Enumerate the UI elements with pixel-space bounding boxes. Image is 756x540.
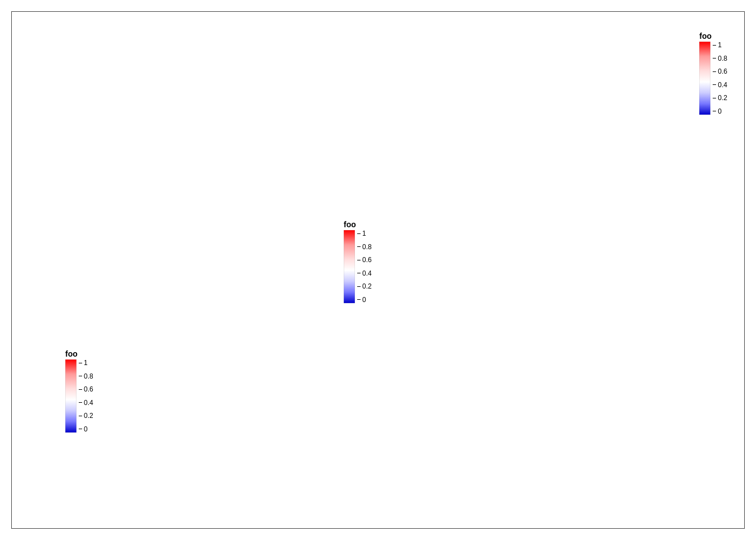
svg-rect-2 bbox=[65, 359, 76, 433]
legend-top-right-label-0: 0 bbox=[713, 108, 727, 115]
svg-rect-0 bbox=[699, 42, 710, 115]
legend-bottom-left-colorbar bbox=[65, 359, 76, 433]
legend-bottom-left-body: 1 0.8 0.6 0.4 0.2 0 bbox=[65, 359, 93, 433]
legend-top-right-body: 1 0.8 0.6 0.4 0.2 0 bbox=[699, 42, 727, 115]
svg-rect-1 bbox=[344, 230, 355, 303]
legend-top-right-label-04: 0.4 bbox=[713, 82, 727, 88]
legend-top-right: foo bbox=[699, 32, 727, 115]
legend-middle-labels: 1 0.8 0.6 0.4 0.2 0 bbox=[357, 230, 372, 303]
legend-bottom-left-title: foo bbox=[65, 349, 78, 358]
legend-middle: foo bbox=[344, 220, 372, 303]
legend-top-right-label-1: 1 bbox=[713, 42, 727, 48]
legend-bottom-left-label-02: 0.2 bbox=[79, 412, 93, 419]
legend-middle-label-04: 0.4 bbox=[357, 270, 372, 277]
legend-top-right-label-08: 0.8 bbox=[713, 55, 727, 62]
legend-middle-label-0: 0 bbox=[357, 296, 372, 303]
legend-middle-label-1: 1 bbox=[357, 230, 372, 237]
plot-area: foo bbox=[11, 11, 745, 529]
legend-top-right-colorbar bbox=[699, 42, 710, 115]
legend-middle-body: 1 0.8 0.6 0.4 0.2 0 bbox=[344, 230, 372, 303]
legend-middle-label-08: 0.8 bbox=[357, 244, 372, 250]
legend-bottom-left-label-06: 0.6 bbox=[79, 386, 93, 393]
legend-middle-colorbar bbox=[344, 230, 355, 303]
legend-bottom-left-label-1: 1 bbox=[79, 359, 93, 366]
legend-bottom-left: foo bbox=[65, 349, 93, 433]
legend-top-right-label-06: 0.6 bbox=[713, 68, 727, 75]
legend-top-right-labels: 1 0.8 0.6 0.4 0.2 0 bbox=[713, 42, 727, 115]
legend-bottom-left-label-0: 0 bbox=[79, 426, 93, 433]
legend-top-right-title: foo bbox=[699, 32, 712, 40]
legend-bottom-left-label-08: 0.8 bbox=[79, 373, 93, 380]
legend-middle-title: foo bbox=[344, 220, 356, 229]
legend-bottom-left-labels: 1 0.8 0.6 0.4 0.2 0 bbox=[79, 359, 93, 433]
legend-middle-label-02: 0.2 bbox=[357, 283, 372, 290]
legend-middle-label-06: 0.6 bbox=[357, 256, 372, 263]
legend-top-right-label-02: 0.2 bbox=[713, 94, 727, 101]
legend-bottom-left-label-04: 0.4 bbox=[79, 399, 93, 406]
